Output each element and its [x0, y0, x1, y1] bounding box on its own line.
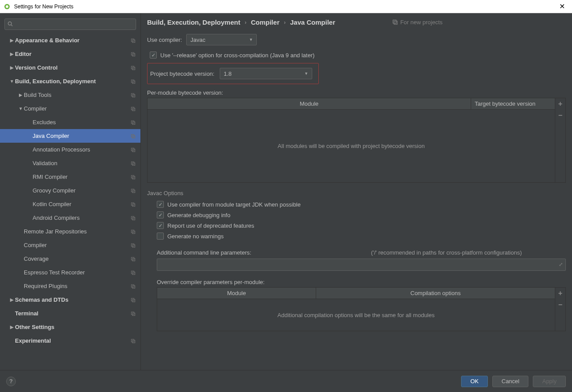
sidebar-item[interactable]: Compiler — [0, 238, 140, 252]
add-button[interactable]: + — [555, 98, 565, 110]
sidebar-item-label: RMI Compiler — [33, 174, 130, 180]
ok-button[interactable]: OK — [461, 376, 488, 387]
svg-rect-37 — [133, 258, 135, 261]
sidebar-item[interactable]: Java Compiler — [0, 129, 140, 143]
per-module-table: Module Target bytecode version All modul… — [147, 98, 566, 183]
settings-tree: ▶Appearance & Behavior▶Editor▶Version Co… — [0, 33, 140, 370]
svg-rect-42 — [131, 298, 134, 301]
per-project-icon — [130, 242, 136, 248]
sidebar-item[interactable]: Terminal — [0, 307, 140, 320]
svg-rect-28 — [131, 203, 134, 205]
sidebar-item[interactable]: Android Compilers — [0, 211, 140, 225]
svg-rect-43 — [133, 299, 135, 302]
sidebar-item[interactable]: Experimental — [0, 334, 140, 348]
per-project-icon — [130, 283, 136, 289]
checkbox-icon — [157, 233, 164, 240]
search-icon — [7, 21, 13, 28]
sidebar-item[interactable]: ▶Build Tools — [0, 88, 140, 102]
override-table: Module Compilation options Additional co… — [157, 287, 566, 331]
breadcrumb-part[interactable]: Build, Execution, Deployment — [147, 18, 240, 26]
svg-rect-19 — [133, 135, 135, 138]
close-icon[interactable]: ✕ — [555, 0, 568, 13]
per-project-icon — [130, 270, 136, 276]
search-input[interactable] — [4, 18, 136, 30]
svg-point-2 — [8, 22, 12, 25]
help-button[interactable]: ? — [6, 377, 16, 386]
chevron-down-icon: ▼ — [304, 71, 308, 76]
sidebar-item[interactable]: ▶Appearance & Behavior — [0, 33, 140, 47]
content-panel: Build, Execution, Deployment › Compiler … — [141, 13, 572, 370]
sidebar-item[interactable]: ▼Build, Execution, Deployment — [0, 74, 140, 88]
sidebar-item[interactable]: Espresso Test Recorder — [0, 266, 140, 279]
copy-icon — [392, 19, 398, 26]
sidebar-item-label: Coverage — [24, 255, 130, 262]
svg-rect-4 — [131, 39, 134, 41]
remove-button[interactable]: − — [555, 299, 565, 311]
sidebar-item[interactable]: Validation — [0, 156, 140, 170]
report-deprecated-checkbox[interactable]: Report use of deprecated features — [157, 222, 566, 229]
chevron-right-icon: ▶ — [9, 297, 15, 302]
sidebar-item[interactable]: ▼Compiler — [0, 102, 140, 115]
project-bytecode-highlight: Project bytecode version: 1.8 ▼ — [147, 63, 319, 84]
per-project-icon — [130, 106, 136, 112]
project-bytecode-combo[interactable]: 1.8 ▼ — [220, 68, 312, 79]
svg-rect-41 — [133, 285, 135, 288]
sidebar-item-label: Other Settings — [15, 324, 136, 330]
svg-rect-30 — [131, 216, 134, 219]
table-header: Target bytecode version — [471, 98, 555, 109]
sidebar-item[interactable]: Groovy Compiler — [0, 184, 140, 197]
sidebar-item[interactable]: Coverage — [0, 252, 140, 266]
sidebar-item[interactable]: ▶Schemas and DTDs — [0, 293, 140, 307]
apply-button[interactable]: Apply — [533, 376, 566, 387]
svg-rect-35 — [133, 244, 135, 247]
svg-line-3 — [11, 25, 12, 26]
table-header: Module — [157, 288, 316, 299]
svg-rect-7 — [133, 53, 135, 56]
svg-rect-6 — [131, 52, 134, 55]
svg-rect-40 — [131, 285, 134, 287]
svg-rect-33 — [133, 231, 135, 233]
checkbox-icon — [150, 52, 157, 59]
sidebar-item[interactable]: ▶Editor — [0, 47, 140, 61]
svg-rect-25 — [133, 176, 135, 179]
sidebar-item[interactable]: RMI Compiler — [0, 170, 140, 184]
svg-rect-34 — [131, 244, 134, 246]
per-project-icon — [130, 78, 136, 85]
chevron-right-icon: ▶ — [9, 52, 15, 56]
svg-rect-23 — [133, 163, 135, 165]
add-button[interactable]: + — [555, 288, 565, 299]
no-warnings-checkbox[interactable]: Generate no warnings — [157, 233, 566, 240]
use-compiler-combo[interactable]: Javac ▼ — [186, 34, 257, 45]
search-field[interactable] — [15, 21, 133, 28]
per-project-icon — [130, 65, 136, 71]
window-title: Settings for New Projects — [14, 4, 555, 10]
use-module-jdk-checkbox[interactable]: Use compiler from module target JDK when… — [157, 201, 566, 208]
generate-debug-checkbox[interactable]: Generate debugging info — [157, 211, 566, 218]
svg-rect-46 — [131, 339, 134, 342]
svg-rect-36 — [131, 257, 134, 260]
sidebar-item-label: Annotation Processors — [33, 146, 130, 153]
svg-rect-27 — [133, 190, 135, 192]
sidebar-item[interactable]: Annotation Processors — [0, 143, 140, 156]
javac-options-title: Javac Options — [147, 190, 566, 196]
remove-button[interactable]: − — [555, 110, 565, 121]
sidebar-item[interactable]: ▶Other Settings — [0, 320, 140, 334]
per-project-icon — [130, 51, 136, 57]
sidebar-item[interactable]: Kotlin Compiler — [0, 197, 140, 211]
expand-icon[interactable]: ⤢ — [559, 262, 563, 267]
sidebar-item-label: Kotlin Compiler — [33, 201, 130, 207]
sidebar-item[interactable]: Remote Jar Repositories — [0, 225, 140, 238]
sidebar-item[interactable]: Required Plugins — [0, 279, 140, 293]
addl-params-hint: ('/' recommended in paths for cross-plat… — [371, 249, 522, 256]
breadcrumb-part[interactable]: Compiler — [251, 18, 280, 26]
sidebar-item-label: Android Compilers — [33, 214, 130, 221]
addl-params-input[interactable]: ⤢ — [157, 259, 566, 271]
sidebar-item-label: Espresso Test Recorder — [24, 269, 130, 276]
cancel-button[interactable]: Cancel — [492, 376, 528, 387]
sidebar-item-label: Experimental — [15, 337, 130, 344]
sidebar-item[interactable]: ▶Version Control — [0, 61, 140, 74]
release-option-checkbox[interactable]: Use '--release' option for cross-compila… — [150, 52, 566, 59]
chevron-down-icon: ▼ — [18, 106, 24, 111]
sidebar-item[interactable]: Excludes — [0, 115, 140, 129]
table-header: Compilation options — [316, 288, 555, 299]
